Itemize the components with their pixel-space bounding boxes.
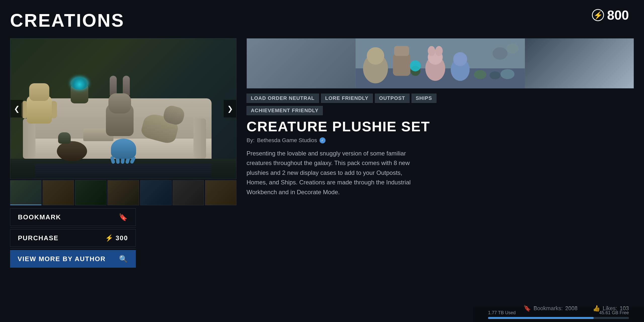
credits-bar: ⚡ 800: [592, 8, 629, 23]
purchase-lightning-icon: ⚡: [105, 234, 114, 242]
plushie-turtle: [56, 136, 88, 161]
plushie-ear-left: [110, 76, 117, 96]
storage-free: 45.61 GB Free: [599, 310, 629, 315]
author-row: By: Bethesda Game Studios ✓: [247, 137, 634, 144]
storage-label: 1.77 TB Used 45.61 GB Free: [488, 310, 629, 315]
plushie-body: [111, 139, 136, 159]
svg-point-3: [367, 47, 384, 65]
thumbnail-strip: [10, 180, 236, 205]
page-title: CREATIONS: [10, 10, 634, 31]
svg-point-9: [435, 46, 443, 56]
detail-image-inner: [247, 38, 634, 88]
plushie-head: [29, 83, 49, 101]
bookmark-label: BOOKMARK: [18, 213, 61, 221]
tags-row: LOAD ORDER NEUTRAL LORE FRIENDLY OUTPOST…: [247, 94, 634, 103]
purchase-button[interactable]: PURCHASE ⚡ 300: [10, 229, 136, 247]
svg-rect-4: [393, 53, 410, 76]
tag-achievement: ACHIEVEMENT FRIENDLY: [247, 106, 323, 115]
plushie-octopus: [108, 136, 139, 164]
divider: [10, 227, 136, 228]
item-title: CREATURE PLUSHIE SET: [247, 118, 634, 135]
tag-outpost: OUTPOST: [375, 94, 410, 103]
plushie-robot: [25, 83, 53, 124]
svg-point-15: [490, 71, 501, 79]
view-author-label: VIEW MORE BY AUTHOR: [18, 255, 106, 263]
main-image-bg: ❮ ❯: [10, 38, 236, 179]
thumbnail-2[interactable]: [43, 180, 74, 205]
bookmark-button[interactable]: BOOKMARK 🔖: [10, 208, 136, 226]
author-name: Bethesda Game Studios: [257, 137, 317, 144]
bookmark-icon: 🔖: [119, 213, 128, 221]
purchase-price-value: 300: [116, 234, 128, 242]
page-container: CREATIONS ⚡ 800: [0, 0, 644, 322]
next-image-button[interactable]: ❯: [224, 100, 236, 117]
main-content: ❮ ❯: [10, 38, 634, 322]
thumbnail-6[interactable]: [173, 180, 204, 205]
thumbnail-1[interactable]: [10, 180, 42, 205]
detail-creatures-svg: [247, 38, 634, 88]
couch-left-arm: [23, 118, 35, 159]
author-prefix: By:: [247, 137, 255, 144]
plushie-spiky: [68, 78, 91, 103]
prev-image-button[interactable]: ❮: [10, 100, 23, 117]
plushie-head: [71, 77, 88, 90]
thumbnail-7[interactable]: [205, 180, 236, 205]
storage-fill: [488, 317, 594, 319]
plushie-ear-right: [123, 76, 130, 96]
plushie-rabbit: [103, 86, 136, 136]
storage-bar-container: 1.77 TB Used 45.61 GB Free: [473, 307, 644, 322]
purchase-label: PURCHASE: [18, 234, 59, 242]
thumbnail-4[interactable]: [107, 180, 139, 205]
plushie-head: [108, 93, 131, 113]
detail-image: [247, 38, 634, 89]
credits-amount: 800: [607, 8, 629, 23]
main-image: ❮ ❯: [10, 38, 236, 179]
svg-point-17: [493, 47, 507, 60]
storage-used: 1.77 TB Used: [488, 310, 516, 315]
svg-rect-5: [394, 46, 409, 56]
tag-load-order: LOAD ORDER NEUTRAL: [247, 94, 319, 103]
tags-row-2: ACHIEVEMENT FRIENDLY: [247, 106, 634, 115]
svg-point-14: [474, 70, 487, 79]
divider-2: [10, 248, 136, 249]
right-panel: LOAD ORDER NEUTRAL LORE FRIENDLY OUTPOST…: [247, 38, 634, 322]
view-author-button[interactable]: VIEW MORE BY AUTHOR 🔍: [10, 250, 136, 268]
svg-point-18: [506, 44, 519, 54]
right-arrow-icon: ❯: [227, 105, 233, 113]
svg-point-8: [428, 46, 435, 56]
scene-rug: [35, 164, 212, 179]
thumbnail-5[interactable]: [140, 180, 172, 205]
left-panel: ❮ ❯: [10, 38, 236, 322]
svg-point-16: [501, 69, 514, 79]
author-verified-icon: ✓: [319, 137, 326, 143]
svg-point-11: [453, 52, 467, 66]
credits-lightning-icon: ⚡: [592, 9, 604, 21]
thumbnail-3[interactable]: [75, 180, 106, 205]
tag-lore-friendly: LORE FRIENDLY: [321, 94, 373, 103]
svg-point-13: [410, 60, 421, 71]
tag-ships: SHIPS: [412, 94, 436, 103]
plushie-body: [57, 141, 87, 161]
creature-scene: [10, 38, 236, 179]
description-text: Presenting the lovable and snuggly versi…: [247, 149, 418, 197]
search-icon: 🔍: [119, 255, 128, 263]
storage-bar: [488, 317, 629, 319]
left-arrow-icon: ❮: [14, 105, 20, 113]
purchase-price-area: ⚡ 300: [105, 234, 128, 242]
plushie-head: [58, 132, 71, 144]
couch-right-arm: [193, 118, 206, 159]
action-buttons: BOOKMARK 🔖 PURCHASE ⚡ 300 VIEW MORE BY A…: [10, 208, 236, 268]
